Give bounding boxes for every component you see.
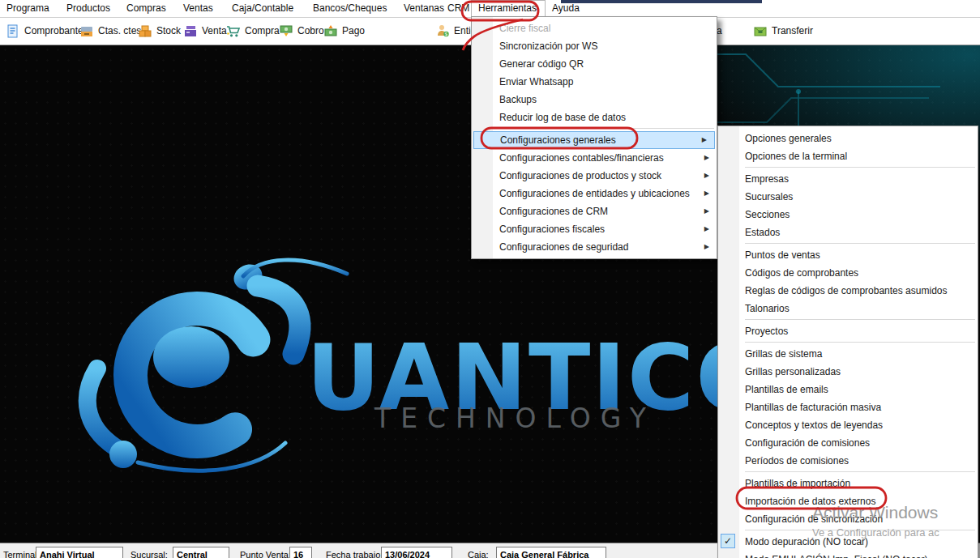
toolbar-transferir-button[interactable]: Transferir (753, 22, 813, 40)
menu-programa[interactable]: Programa (6, 0, 49, 17)
toolbar-compra-button[interactable]: Compra (225, 22, 280, 40)
submenu-item-sucursales[interactable]: Sucursales (718, 188, 978, 206)
app-window: UANTICO TECHNOLOGY Programa Productos Co… (0, 0, 980, 558)
menu-separator (745, 530, 975, 530)
menu-item-generar-codigo-qr[interactable]: Generar código QR (472, 55, 717, 73)
submenu-item-conceptos-leyendas[interactable]: Conceptos y textos de leyendas (718, 416, 978, 434)
submenu-item-periodos-comisiones[interactable]: Períodos de comisiones (718, 452, 978, 470)
statusbar-punto-venta-value: 16 (289, 547, 312, 558)
menu-separator (745, 243, 975, 244)
drawer-icon (79, 24, 94, 38)
statusbar-caja-value: Caja General Fábrica (496, 547, 606, 558)
menu-item-configuraciones-productos[interactable]: Configuraciones de productos y stock (472, 167, 717, 185)
toolbar-cobro-button[interactable]: Cobro (279, 22, 324, 40)
configuraciones-generales-submenu: Opciones generales Opciones de la termin… (717, 126, 978, 558)
submenu-item-importacion-datos-externos[interactable]: Importación de datos externos (718, 492, 978, 510)
menu-separator (745, 319, 975, 320)
document-icon (6, 24, 20, 38)
statusbar-sucursal-value: Central (173, 547, 229, 558)
statusbar-terminal-label: Terminal: (3, 550, 40, 558)
toolbar-comprobantes-button[interactable]: Comprobantes (6, 22, 88, 40)
menu-ventanas[interactable]: Ventanas (404, 0, 444, 17)
menu-item-configuraciones-contables[interactable]: Configuraciones contables/financieras (472, 149, 717, 167)
menu-productos[interactable]: Productos (66, 0, 110, 17)
menu-item-reducir-log[interactable]: Reducir log de base de datos (472, 109, 717, 126)
menu-item-backups[interactable]: Backups (472, 91, 717, 109)
menu-ventas[interactable]: Ventas (183, 0, 213, 17)
submenu-item-grillas-sistema[interactable]: Grillas de sistema (718, 345, 978, 363)
submenu-item-empresas[interactable]: Empresas (718, 170, 978, 188)
menu-item-cierre-fiscal[interactable]: Cierre fiscal (472, 19, 717, 37)
statusbar-fecha-trabajo-value: 13/06/2024 (381, 547, 452, 558)
menubar: Programa Productos Compras Ventas Caja/C… (0, 0, 980, 18)
cart-icon (225, 24, 241, 38)
submenu-item-puntos-de-ventas[interactable]: Puntos de ventas (718, 246, 978, 264)
person-icon: $ (435, 23, 450, 38)
menu-herramientas[interactable]: Herramientas (478, 0, 537, 17)
submenu-item-configuracion-sincronizacion[interactable]: Configuración de sincronización (718, 510, 978, 528)
menu-separator (745, 471, 975, 472)
toolbar-ctasctes-button[interactable]: Ctas. ctes. (79, 22, 144, 40)
submenu-item-secciones[interactable]: Secciones (718, 206, 978, 224)
submenu-item-configuracion-comisiones[interactable]: Configuración de comisiones (718, 434, 978, 452)
menu-crm[interactable]: CRM (447, 0, 469, 17)
menu-item-enviar-whatsapp[interactable]: Enviar Whatsapp (472, 73, 717, 91)
submenu-item-modo-emulacion[interactable]: Modo EMULACIÓN Imp. Fiscal (NO tocar) (718, 551, 978, 558)
statusbar-sucursal-label: Sucursal: (131, 550, 168, 558)
menu-item-sincronizacion-ws[interactable]: Sincronización por WS (472, 37, 717, 55)
herramientas-dropdown-menu: Cierre fiscal Sincronización por WS Gene… (471, 16, 717, 259)
menu-item-configuraciones-generales[interactable]: Configuraciones generales (473, 131, 715, 149)
svg-text:$: $ (445, 31, 448, 36)
submenu-item-proyectos[interactable]: Proyectos (718, 322, 978, 340)
submenu-item-estados[interactable]: Estados (718, 224, 978, 241)
submenu-item-plantillas-emails[interactable]: Plantillas de emails (718, 381, 978, 398)
statusbar-terminal-value: Anahi Virtual (36, 547, 123, 558)
menu-item-configuraciones-crm[interactable]: Configuraciones de CRM (472, 202, 717, 220)
submenu-item-grillas-personalizadas[interactable]: Grillas personalizadas (718, 363, 978, 381)
money-up-icon (323, 23, 338, 38)
submenu-item-opciones-generales[interactable]: Opciones generales (718, 130, 978, 147)
checked-checkbox-icon (721, 534, 735, 548)
statusbar-caja-label: Caja: (468, 550, 489, 558)
submenu-item-talonarios[interactable]: Talonarios (718, 300, 978, 317)
logo-subtitle-text: TECHNOLOGY (374, 403, 656, 434)
submenu-item-opciones-terminal[interactable]: Opciones de la terminal (718, 147, 978, 165)
menu-item-configuraciones-seguridad[interactable]: Configuraciones de seguridad (472, 238, 717, 256)
transfer-money-icon (753, 24, 768, 38)
submenu-item-plantillas-importacion[interactable]: Plantillas de importación (718, 475, 978, 492)
toolbar-stock-button[interactable]: Stock (138, 22, 181, 40)
submenu-item-modo-depuracion[interactable]: Modo depuración (NO tocar) (718, 533, 978, 551)
menu-caja-contable[interactable]: Caja/Contable (232, 0, 293, 17)
menu-bancos-cheques[interactable]: Bancos/Cheques (313, 0, 387, 17)
submenu-item-reglas-codigos[interactable]: Reglas de códigos de comprobantes asumid… (718, 282, 978, 300)
submenu-item-codigos-comprobantes[interactable]: Códigos de comprobantes (718, 264, 978, 282)
window-edge-bar (561, 0, 762, 3)
menu-item-configuraciones-entidades[interactable]: Configuraciones de entidades y ubicacion… (472, 185, 717, 202)
menu-separator (745, 342, 975, 343)
register-icon (183, 24, 198, 38)
menu-item-configuraciones-fiscales[interactable]: Configuraciones fiscales (472, 220, 717, 238)
statusbar-fecha-trabajo-label: Fecha trabajo: (326, 550, 383, 558)
money-down-icon (279, 23, 293, 38)
boxes-icon (138, 24, 152, 38)
statusbar-punto-venta-label: Punto Venta: (240, 550, 291, 558)
menu-separator (745, 167, 975, 168)
menu-separator (499, 128, 714, 129)
toolbar-pago-button[interactable]: Pago (323, 22, 365, 40)
toolbar-venta-button[interactable]: Venta (183, 22, 227, 40)
menu-compras[interactable]: Compras (126, 0, 166, 17)
submenu-item-plantillas-facturacion[interactable]: Plantillas de facturación masiva (718, 398, 978, 416)
